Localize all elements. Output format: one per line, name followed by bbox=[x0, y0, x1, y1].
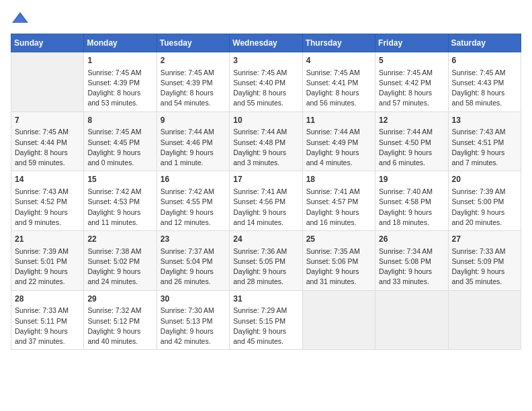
calendar-cell: 28Sunrise: 7:33 AMSunset: 5:11 PMDayligh… bbox=[11, 290, 84, 350]
calendar-week-row: 21Sunrise: 7:39 AMSunset: 5:01 PMDayligh… bbox=[11, 231, 521, 291]
day-number: 3 bbox=[233, 55, 298, 66]
day-number: 20 bbox=[452, 174, 517, 185]
weekday-header-saturday: Saturday bbox=[448, 34, 521, 52]
calendar-cell: 8Sunrise: 7:45 AMSunset: 4:45 PMDaylight… bbox=[84, 111, 157, 171]
calendar-cell: 25Sunrise: 7:35 AMSunset: 5:06 PMDayligh… bbox=[302, 231, 375, 291]
day-info: Sunrise: 7:32 AMSunset: 5:12 PMDaylight:… bbox=[87, 306, 152, 347]
calendar-cell: 27Sunrise: 7:33 AMSunset: 5:09 PMDayligh… bbox=[448, 231, 521, 291]
day-number: 18 bbox=[306, 174, 371, 185]
calendar-week-row: 28Sunrise: 7:33 AMSunset: 5:11 PMDayligh… bbox=[11, 290, 521, 350]
calendar-cell: 16Sunrise: 7:42 AMSunset: 4:55 PMDayligh… bbox=[157, 171, 229, 231]
calendar-cell bbox=[302, 290, 375, 350]
day-info: Sunrise: 7:42 AMSunset: 4:53 PMDaylight:… bbox=[87, 187, 152, 228]
day-info: Sunrise: 7:44 AMSunset: 4:50 PMDaylight:… bbox=[379, 127, 444, 168]
day-number: 24 bbox=[233, 234, 298, 245]
day-number: 28 bbox=[15, 293, 80, 305]
day-number: 16 bbox=[161, 174, 226, 185]
day-info: Sunrise: 7:33 AMSunset: 5:09 PMDaylight:… bbox=[452, 246, 517, 287]
day-info: Sunrise: 7:45 AMSunset: 4:39 PMDaylight:… bbox=[161, 68, 226, 109]
day-number: 31 bbox=[233, 293, 298, 305]
day-number: 8 bbox=[87, 115, 152, 126]
day-number: 29 bbox=[87, 293, 152, 305]
calendar-cell: 12Sunrise: 7:44 AMSunset: 4:50 PMDayligh… bbox=[375, 111, 448, 171]
day-number: 4 bbox=[306, 55, 371, 66]
weekday-header-thursday: Thursday bbox=[302, 34, 375, 52]
day-info: Sunrise: 7:37 AMSunset: 5:04 PMDaylight:… bbox=[161, 246, 226, 287]
day-info: Sunrise: 7:45 AMSunset: 4:44 PMDaylight:… bbox=[15, 127, 80, 168]
day-info: Sunrise: 7:43 AMSunset: 4:51 PMDaylight:… bbox=[452, 127, 517, 168]
day-info: Sunrise: 7:30 AMSunset: 5:13 PMDaylight:… bbox=[161, 306, 226, 347]
calendar-cell: 21Sunrise: 7:39 AMSunset: 5:01 PMDayligh… bbox=[11, 231, 84, 291]
weekday-header-monday: Monday bbox=[84, 34, 157, 52]
day-number: 12 bbox=[379, 115, 444, 126]
day-info: Sunrise: 7:35 AMSunset: 5:06 PMDaylight:… bbox=[306, 246, 371, 287]
calendar-cell: 11Sunrise: 7:44 AMSunset: 4:49 PMDayligh… bbox=[302, 111, 375, 171]
calendar-cell: 2Sunrise: 7:45 AMSunset: 4:39 PMDaylight… bbox=[157, 52, 229, 112]
day-info: Sunrise: 7:45 AMSunset: 4:42 PMDaylight:… bbox=[379, 68, 444, 109]
day-number: 11 bbox=[306, 115, 371, 126]
calendar-cell: 1Sunrise: 7:45 AMSunset: 4:39 PMDaylight… bbox=[84, 52, 157, 112]
day-number: 10 bbox=[233, 115, 298, 126]
day-info: Sunrise: 7:40 AMSunset: 4:58 PMDaylight:… bbox=[379, 187, 444, 228]
day-info: Sunrise: 7:33 AMSunset: 5:11 PMDaylight:… bbox=[15, 306, 80, 347]
day-info: Sunrise: 7:45 AMSunset: 4:39 PMDaylight:… bbox=[87, 68, 152, 109]
calendar-cell: 10Sunrise: 7:44 AMSunset: 4:48 PMDayligh… bbox=[230, 111, 302, 171]
calendar-cell: 19Sunrise: 7:40 AMSunset: 4:58 PMDayligh… bbox=[375, 171, 448, 231]
day-number: 27 bbox=[452, 234, 517, 245]
calendar-cell: 29Sunrise: 7:32 AMSunset: 5:12 PMDayligh… bbox=[84, 290, 157, 350]
day-number: 25 bbox=[306, 234, 371, 245]
day-info: Sunrise: 7:41 AMSunset: 4:56 PMDaylight:… bbox=[233, 187, 298, 228]
calendar-table: SundayMondayTuesdayWednesdayThursdayFrid… bbox=[11, 34, 521, 350]
calendar-cell: 24Sunrise: 7:36 AMSunset: 5:05 PMDayligh… bbox=[230, 231, 302, 291]
day-info: Sunrise: 7:41 AMSunset: 4:57 PMDaylight:… bbox=[306, 187, 371, 228]
day-number: 17 bbox=[233, 174, 298, 185]
calendar-cell: 7Sunrise: 7:45 AMSunset: 4:44 PMDaylight… bbox=[11, 111, 84, 171]
weekday-header-sunday: Sunday bbox=[11, 34, 84, 52]
logo bbox=[11, 11, 32, 26]
day-info: Sunrise: 7:45 AMSunset: 4:43 PMDaylight:… bbox=[452, 68, 517, 109]
calendar-cell: 30Sunrise: 7:30 AMSunset: 5:13 PMDayligh… bbox=[157, 290, 229, 350]
calendar-cell: 14Sunrise: 7:43 AMSunset: 4:52 PMDayligh… bbox=[11, 171, 84, 231]
day-info: Sunrise: 7:36 AMSunset: 5:05 PMDaylight:… bbox=[233, 246, 298, 287]
day-number: 1 bbox=[87, 55, 152, 66]
day-info: Sunrise: 7:39 AMSunset: 5:01 PMDaylight:… bbox=[15, 246, 80, 287]
day-number: 6 bbox=[452, 55, 517, 66]
calendar-cell: 4Sunrise: 7:45 AMSunset: 4:41 PMDaylight… bbox=[302, 52, 375, 112]
calendar-cell bbox=[448, 290, 521, 350]
weekday-header-wednesday: Wednesday bbox=[230, 34, 302, 52]
calendar-week-row: 7Sunrise: 7:45 AMSunset: 4:44 PMDaylight… bbox=[11, 111, 521, 171]
day-info: Sunrise: 7:44 AMSunset: 4:48 PMDaylight:… bbox=[233, 127, 298, 168]
day-info: Sunrise: 7:44 AMSunset: 4:46 PMDaylight:… bbox=[161, 127, 226, 168]
weekday-header-tuesday: Tuesday bbox=[157, 34, 229, 52]
page-header bbox=[11, 11, 521, 26]
calendar-header-row: SundayMondayTuesdayWednesdayThursdayFrid… bbox=[11, 34, 521, 52]
calendar-cell: 9Sunrise: 7:44 AMSunset: 4:46 PMDaylight… bbox=[157, 111, 229, 171]
calendar-week-row: 1Sunrise: 7:45 AMSunset: 4:39 PMDaylight… bbox=[11, 52, 521, 112]
calendar-cell: 23Sunrise: 7:37 AMSunset: 5:04 PMDayligh… bbox=[157, 231, 229, 291]
day-number: 2 bbox=[161, 55, 226, 66]
calendar-cell: 15Sunrise: 7:42 AMSunset: 4:53 PMDayligh… bbox=[84, 171, 157, 231]
day-info: Sunrise: 7:34 AMSunset: 5:08 PMDaylight:… bbox=[379, 246, 444, 287]
day-info: Sunrise: 7:45 AMSunset: 4:41 PMDaylight:… bbox=[306, 68, 371, 109]
weekday-header-friday: Friday bbox=[375, 34, 448, 52]
day-info: Sunrise: 7:29 AMSunset: 5:15 PMDaylight:… bbox=[233, 306, 298, 347]
day-number: 14 bbox=[15, 174, 80, 185]
day-number: 15 bbox=[87, 174, 152, 185]
calendar-cell: 26Sunrise: 7:34 AMSunset: 5:08 PMDayligh… bbox=[375, 231, 448, 291]
calendar-cell: 3Sunrise: 7:45 AMSunset: 4:40 PMDaylight… bbox=[230, 52, 302, 112]
day-number: 19 bbox=[379, 174, 444, 185]
day-info: Sunrise: 7:43 AMSunset: 4:52 PMDaylight:… bbox=[15, 187, 80, 228]
day-info: Sunrise: 7:39 AMSunset: 5:00 PMDaylight:… bbox=[452, 187, 517, 228]
day-info: Sunrise: 7:38 AMSunset: 5:02 PMDaylight:… bbox=[87, 246, 152, 287]
day-number: 13 bbox=[452, 115, 517, 126]
calendar-cell: 31Sunrise: 7:29 AMSunset: 5:15 PMDayligh… bbox=[230, 290, 302, 350]
day-number: 9 bbox=[161, 115, 226, 126]
calendar-cell: 6Sunrise: 7:45 AMSunset: 4:43 PMDaylight… bbox=[448, 52, 521, 112]
day-info: Sunrise: 7:45 AMSunset: 4:45 PMDaylight:… bbox=[87, 127, 152, 168]
calendar-week-row: 14Sunrise: 7:43 AMSunset: 4:52 PMDayligh… bbox=[11, 171, 521, 231]
calendar-cell bbox=[375, 290, 448, 350]
calendar-cell: 20Sunrise: 7:39 AMSunset: 5:00 PMDayligh… bbox=[448, 171, 521, 231]
day-number: 22 bbox=[87, 234, 152, 245]
day-number: 23 bbox=[161, 234, 226, 245]
calendar-cell: 18Sunrise: 7:41 AMSunset: 4:57 PMDayligh… bbox=[302, 171, 375, 231]
